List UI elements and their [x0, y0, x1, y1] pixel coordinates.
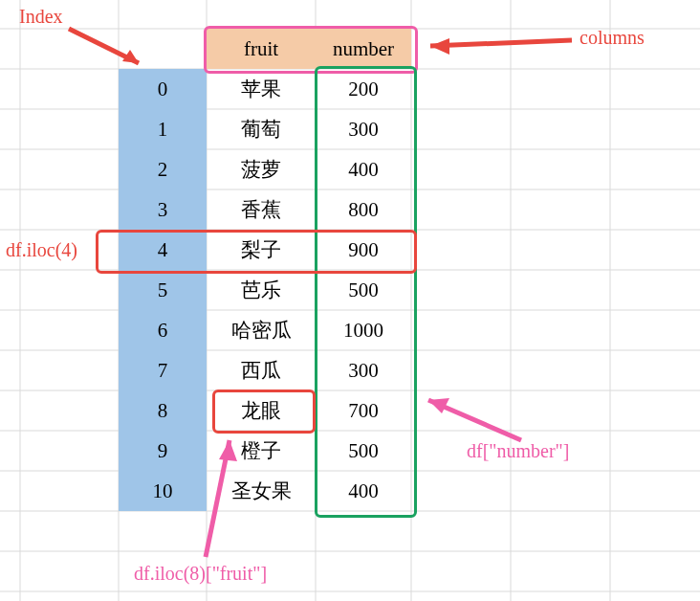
diagram-canvas: fruit number 0 苹果 200 1 葡萄 300 2 菠萝 400 … [0, 0, 700, 601]
arrow-columns [430, 38, 572, 55]
annotation-arrows [0, 0, 700, 601]
arrow-number-col [428, 398, 521, 440]
svg-marker-25 [219, 440, 237, 461]
arrow-index [69, 29, 139, 63]
arrow-iloc8fruit [206, 440, 237, 557]
svg-marker-23 [430, 38, 449, 55]
